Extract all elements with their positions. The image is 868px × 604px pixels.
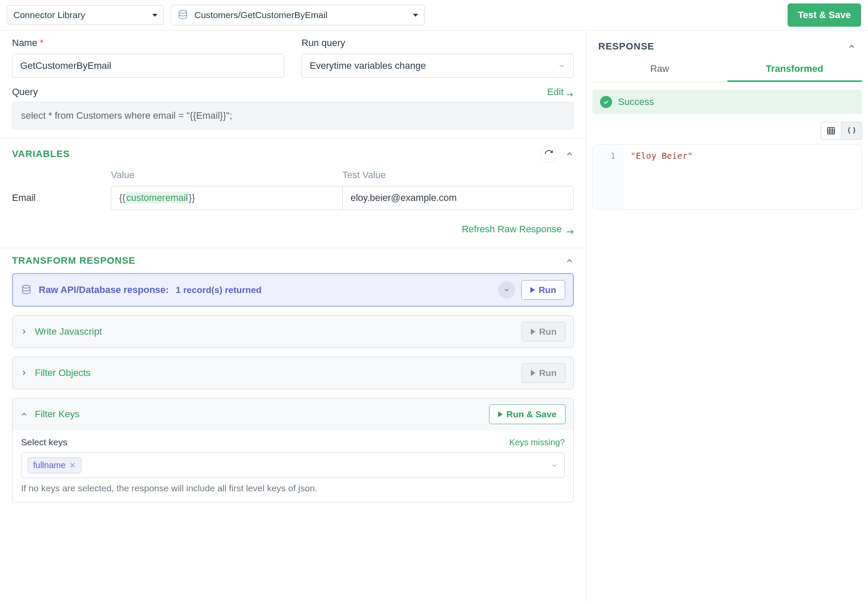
filter-objects-card: Filter Objects Run — [12, 357, 574, 389]
play-icon — [530, 287, 535, 293]
connector-library-dropdown[interactable]: Connector Library — [7, 5, 164, 25]
collapse-transform-icon[interactable] — [565, 256, 574, 265]
chevron-right-icon[interactable] — [20, 369, 28, 377]
collapse-response-icon[interactable] — [847, 42, 856, 51]
chevron-down-icon — [413, 14, 418, 17]
response-pane: RESPONSE Raw Transformed Success 1 "Eloy… — [586, 31, 868, 603]
dropdown-label: Customers/GetCustomerByEmail — [194, 10, 327, 20]
chevron-down-icon — [551, 462, 558, 469]
expand-raw-dropdown[interactable] — [498, 281, 515, 299]
raw-response-card: Raw API/Database response: 1 record(s) r… — [12, 273, 574, 307]
play-icon — [498, 411, 503, 417]
variable-value-input[interactable]: {{customeremail}} — [111, 186, 342, 210]
line-number: 1 — [593, 145, 623, 209]
filter-objects-label: Filter Objects — [35, 367, 91, 379]
select-keys-label: Select keys — [21, 437, 67, 447]
run-raw-button[interactable]: Run — [521, 280, 565, 300]
variables-testvalue-header: Test Value — [342, 169, 574, 181]
check-circle-icon — [600, 96, 612, 108]
collapse-variables-icon[interactable] — [565, 150, 574, 158]
tab-transformed[interactable]: Transformed — [727, 57, 862, 82]
query-preview: select * from Customers where email = "{… — [12, 102, 574, 129]
run-query-label: Run query — [302, 37, 574, 49]
write-js-label: Write Javascript — [35, 326, 102, 337]
arrow-right-icon — [566, 226, 574, 232]
top-bar: Connector Library Customers/GetCustomerB… — [0, 0, 868, 31]
write-javascript-card: Write Javascript Run — [12, 315, 574, 348]
response-code: "Eloy Beier" — [623, 145, 862, 209]
variables-section-header: VARIABLES — [0, 138, 586, 169]
chevron-up-icon[interactable] — [20, 410, 28, 418]
name-input[interactable] — [12, 54, 284, 78]
select-keys-input[interactable]: fullname ✕ — [21, 453, 565, 478]
variable-testvalue-input[interactable]: eloy.beier@example.com — [342, 186, 574, 210]
dropdown-label: Connector Library — [13, 10, 85, 20]
run-save-filter-keys-button[interactable]: Run & Save — [489, 404, 566, 424]
query-label: Query — [12, 86, 38, 98]
response-code-view: 1 "Eloy Beier" — [592, 144, 862, 210]
filter-keys-card: Filter Keys Run & Save Select keys Keys … — [12, 398, 574, 502]
section-title: TRANSFORM RESPONSE — [12, 255, 135, 266]
left-pane: Name * Run query Everytime variables cha… — [0, 31, 586, 603]
select-value: Everytime variables change — [310, 60, 426, 71]
json-view-toggle[interactable] — [841, 122, 862, 140]
filter-keys-hint: If no keys are selected, the response wi… — [21, 483, 565, 493]
refresh-variables-button[interactable] — [540, 145, 557, 163]
svg-point-3 — [22, 285, 30, 288]
run-filter-objects-button[interactable]: Run — [522, 363, 566, 383]
play-icon — [531, 370, 536, 376]
filter-keys-label: Filter Keys — [35, 409, 80, 420]
test-save-button[interactable]: Test & Save — [788, 3, 861, 27]
remove-tag-icon[interactable]: ✕ — [69, 461, 76, 470]
chevron-down-icon — [558, 62, 566, 70]
chevron-down-icon — [152, 14, 157, 17]
response-tabs: Raw Transformed — [592, 57, 862, 82]
section-title: VARIABLES — [12, 148, 70, 160]
run-js-button[interactable]: Run — [522, 322, 566, 342]
tab-raw[interactable]: Raw — [592, 57, 727, 82]
key-tag: fullname ✕ — [28, 457, 81, 473]
edit-query-link[interactable]: Edit — [547, 86, 574, 98]
transform-section-header: TRANSFORM RESPONSE — [0, 248, 586, 273]
name-label: Name * — [12, 37, 284, 49]
keys-missing-link[interactable]: Keys missing? — [509, 438, 565, 447]
success-text: Success — [618, 96, 654, 108]
success-banner: Success — [592, 90, 862, 114]
svg-rect-4 — [828, 128, 835, 134]
database-icon — [21, 284, 32, 296]
variable-name: Email — [12, 186, 111, 210]
svg-point-0 — [179, 10, 186, 13]
raw-response-label: Raw API/Database response: — [39, 284, 169, 296]
chevron-right-icon[interactable] — [20, 328, 28, 336]
record-count: 1 record(s) returned — [175, 285, 262, 295]
variables-value-header: Value — [111, 169, 342, 181]
arrow-right-icon — [566, 89, 574, 95]
path-dropdown[interactable]: Customers/GetCustomerByEmail — [171, 5, 425, 25]
run-query-select[interactable]: Everytime variables change — [302, 54, 574, 78]
play-icon — [531, 329, 536, 335]
refresh-raw-response-link[interactable]: Refresh Raw Response — [462, 224, 574, 235]
variable-row: Email {{customeremail}} eloy.beier@examp… — [12, 186, 574, 210]
database-icon — [177, 9, 188, 21]
response-title: RESPONSE — [598, 41, 654, 52]
table-view-toggle[interactable] — [821, 122, 841, 140]
